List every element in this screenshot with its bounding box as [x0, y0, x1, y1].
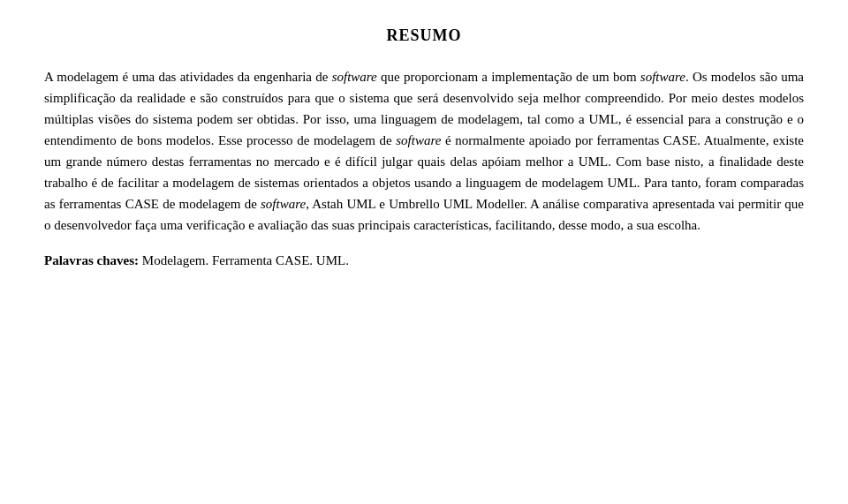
- italic-software-2: software: [640, 70, 685, 84]
- page-container: RESUMO A modelagem é uma das atividades …: [26, 0, 822, 295]
- main-paragraph: A modelagem é uma das atividades da enge…: [44, 66, 804, 236]
- italic-software-4: software: [261, 197, 306, 211]
- body-text: A modelagem é uma das atividades da enge…: [44, 66, 804, 236]
- keywords-label-bold: Palavras chaves:: [44, 253, 139, 267]
- keywords-values: Modelagem. Ferramenta CASE. UML.: [142, 253, 349, 267]
- italic-software-3: software: [396, 133, 441, 147]
- keywords-section: Palavras chaves: Modelagem. Ferramenta C…: [44, 253, 804, 268]
- italic-software-1: software: [332, 70, 377, 84]
- resumo-title: RESUMO: [44, 26, 804, 45]
- keywords-label: Palavras chaves:: [44, 253, 139, 267]
